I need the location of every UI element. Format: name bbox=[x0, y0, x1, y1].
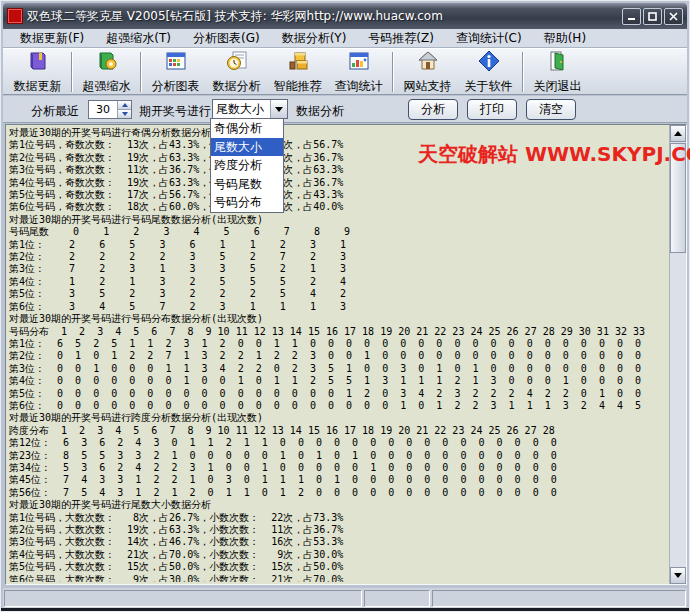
report-text-line: 第3位号码，大数次数： 14次，占46.7%，小数次数： 16次，占53.3% bbox=[9, 536, 666, 548]
home-icon bbox=[416, 49, 440, 77]
report-table-row: 第4位： 0 0 0 0 0 0 0 1 0 0 1 0 1 1 2 5 5 1… bbox=[9, 375, 666, 387]
toolbar-separator bbox=[140, 52, 142, 92]
stats-window-icon bbox=[347, 49, 371, 77]
report-table-row: 第4位： 1 2 1 3 2 5 5 5 2 4 bbox=[9, 276, 666, 288]
toolbar-separator bbox=[392, 52, 394, 92]
combobox-value: 尾数大小 bbox=[213, 100, 270, 118]
menu-item-3[interactable]: 数据分析(Y) bbox=[271, 28, 358, 49]
vertical-scrollbar[interactable] bbox=[669, 125, 686, 584]
toolbar-button-label: 超强缩水 bbox=[83, 78, 131, 95]
report-text-line: 第5位号码，大数次数： 15次，占50.0%，小数次数： 15次，占50.0% bbox=[9, 561, 666, 573]
boxes-icon bbox=[286, 49, 310, 77]
dropdown-option-跨度分析[interactable]: 跨度分析 bbox=[211, 156, 283, 175]
statusbar bbox=[3, 588, 687, 609]
menu-item-0[interactable]: 数据更新(F) bbox=[9, 28, 95, 49]
report-table-row: 第3位： 0 0 1 0 0 0 1 1 3 4 2 2 0 2 3 5 1 0… bbox=[9, 363, 666, 375]
dropdown-option-号码尾数[interactable]: 号码尾数 bbox=[211, 175, 283, 194]
analyze-recent-label: 分析最近 bbox=[31, 103, 79, 120]
report-table-row: 第6位： 3 4 5 7 2 3 1 1 1 3 bbox=[9, 301, 666, 313]
toolbar-button-关闭退出[interactable]: 关闭退出 bbox=[527, 50, 588, 94]
period-suffix-label: 期开奖号进行 bbox=[139, 103, 211, 120]
report-text-line: 第2位号码，大数次数： 19次，占63.3%，小数次数： 11次，占36.7% bbox=[9, 524, 666, 536]
report-section-title: 对最近30期的开奖号码进行号码尾数数据分析(出现次数) bbox=[9, 214, 666, 226]
report-table-row: 第23位： 8 5 5 3 3 2 1 0 0 0 0 0 1 0 1 0 1 … bbox=[9, 450, 666, 462]
report-section-title: 对最近30期的开奖号码进行跨度分析数据分析(出现次数) bbox=[9, 412, 666, 424]
window-bottom-edge bbox=[1, 608, 689, 611]
toolbar-button-label: 数据更新 bbox=[14, 78, 62, 95]
report-table-row: 第5位： 3 5 2 3 2 2 2 5 4 2 bbox=[9, 288, 666, 300]
close-button[interactable] bbox=[664, 8, 683, 25]
menu-item-2[interactable]: 分析图表(G) bbox=[182, 28, 271, 49]
menu-item-5[interactable]: 查询统计(C) bbox=[445, 28, 533, 49]
print-button[interactable]: 打印 bbox=[467, 99, 517, 120]
report-section-title: 对最近30期的开奖号码进行尾数大小数据分析 bbox=[9, 499, 666, 511]
toolbar-button-label: 关于软件 bbox=[465, 78, 513, 95]
toolbar-button-label: 智能推荐 bbox=[274, 78, 322, 95]
report-table-row: 第3位： 7 2 3 1 3 3 5 2 1 3 bbox=[9, 263, 666, 275]
toolbar-button-智能推荐[interactable]: 智能推荐 bbox=[267, 50, 328, 94]
report-table-row: 第2位： 0 1 0 1 2 2 7 1 3 2 2 1 2 2 3 0 0 1… bbox=[9, 350, 666, 362]
analysis-report: 对最近30期的开奖号码进行奇偶分析数据分析第1位号码，奇数次数： 13次，占43… bbox=[9, 127, 666, 582]
analysis-type-dropdown-list: 奇偶分析尾数大小跨度分析号码尾数号码分布 bbox=[210, 118, 284, 213]
report-text-line: 第4位号码，大数次数： 21次，占70.0%，小数次数： 9次，占30.0% bbox=[9, 549, 666, 561]
status-panel-1 bbox=[4, 590, 362, 607]
period-value[interactable]: 30 bbox=[89, 101, 117, 118]
report-table-header: 号码尾数 0 1 2 3 4 5 6 7 8 9 bbox=[9, 226, 666, 238]
menu-item-1[interactable]: 超强缩水(T) bbox=[95, 28, 182, 49]
report-table-row: 第6位： 0 0 0 0 0 0 0 0 0 0 0 0 0 0 0 0 0 0… bbox=[9, 400, 666, 412]
analyze-button[interactable]: 分析 bbox=[408, 99, 458, 120]
dropdown-option-尾数大小[interactable]: 尾数大小 bbox=[211, 138, 283, 157]
toolbar-button-数据分析[interactable]: 数据分析 bbox=[206, 50, 267, 94]
toolbar: 数据更新超强缩水分析图表数据分析智能推荐查询统计网站支持关于软件关闭退出 bbox=[3, 48, 687, 95]
report-table-header: 号码分布 1 2 3 4 5 6 7 8 9 10 11 12 13 14 15… bbox=[9, 326, 666, 338]
dropdown-option-奇偶分析[interactable]: 奇偶分析 bbox=[211, 119, 283, 138]
menu-item-4[interactable]: 号码推荐(Z) bbox=[357, 28, 445, 49]
report-table-header: 跨度分布 1 2 3 4 5 6 7 8 9 10 11 12 13 14 15… bbox=[9, 425, 666, 437]
clock-doc-icon bbox=[225, 49, 249, 77]
spinner-down-icon[interactable] bbox=[118, 110, 131, 118]
report-text-line: 第4位号码，奇数次数： 19次，占63.3%，偶数次数： 11次，占36.7% bbox=[9, 177, 666, 189]
info-icon bbox=[477, 49, 501, 77]
toolbar-button-数据更新[interactable]: 数据更新 bbox=[7, 50, 68, 94]
toolbar-button-查询统计[interactable]: 查询统计 bbox=[328, 50, 389, 94]
toolbar-button-网站支持[interactable]: 网站支持 bbox=[397, 50, 458, 94]
book-purple-icon bbox=[26, 49, 50, 77]
report-table-row: 第12位： 6 3 6 2 4 3 0 1 1 2 1 1 0 0 0 0 0 … bbox=[9, 437, 666, 449]
clear-button[interactable]: 清空 bbox=[526, 99, 576, 120]
analysis-type-combobox[interactable]: 尾数大小 bbox=[212, 99, 288, 119]
book-gear-icon bbox=[95, 49, 119, 77]
toolbar-button-关于软件[interactable]: 关于软件 bbox=[458, 50, 519, 94]
toolbar-button-label: 网站支持 bbox=[404, 78, 452, 95]
report-text-line: 第5位号码，奇数次数： 17次，占56.7%，偶数次数： 13次，占43.3% bbox=[9, 189, 666, 201]
scroll-down-icon[interactable] bbox=[670, 567, 686, 584]
toolbar-separator bbox=[522, 52, 524, 92]
report-table-row: 第1位： 2 6 5 3 6 1 1 2 3 1 bbox=[9, 239, 666, 251]
maximize-button[interactable] bbox=[643, 8, 662, 25]
menu-item-6[interactable]: 帮助(H) bbox=[533, 28, 597, 49]
report-table-row: 第34位： 5 3 6 2 4 2 2 3 1 0 0 1 0 0 0 0 0 … bbox=[9, 462, 666, 474]
toolbar-button-label: 查询统计 bbox=[335, 78, 383, 95]
report-area: 对最近30期的开奖号码进行奇偶分析数据分析第1位号码，奇数次数： 13次，占43… bbox=[5, 124, 687, 585]
period-spinner[interactable]: 30 bbox=[88, 100, 132, 119]
minimize-button[interactable] bbox=[622, 8, 641, 25]
control-row: 分析最近 30 期开奖号进行 尾数大小 数据分析 分析 打印 清空 bbox=[3, 96, 687, 123]
report-table-row: 第5位： 0 0 0 0 0 0 0 0 0 0 0 0 0 0 0 0 1 2… bbox=[9, 388, 666, 400]
menubar: 数据更新(F)超强缩水(T)分析图表(G)数据分析(Y)号码推荐(Z)查询统计(… bbox=[3, 29, 687, 48]
combobox-dropdown-icon[interactable] bbox=[270, 100, 287, 118]
report-table-row: 第2位： 2 2 2 2 3 5 2 7 2 3 bbox=[9, 251, 666, 263]
toolbar-button-超强缩水[interactable]: 超强缩水 bbox=[76, 50, 137, 94]
toolbar-separator bbox=[71, 52, 73, 92]
dropdown-option-号码分布[interactable]: 号码分布 bbox=[211, 193, 283, 212]
status-panel-3 bbox=[432, 590, 686, 607]
spinner-up-icon[interactable] bbox=[118, 101, 131, 110]
report-table-row: 第1位： 6 5 2 5 1 1 2 3 1 2 0 0 1 1 0 0 0 0… bbox=[9, 338, 666, 350]
report-text-line: 第6位号码，奇数次数： 18次，占60.0%，偶数次数： 12次，占40.0% bbox=[9, 201, 666, 213]
app-window: 双色球二等奖克星 V2005[钻石版] 技术支持: 华彩网http://www.… bbox=[0, 0, 690, 612]
scroll-up-icon[interactable] bbox=[670, 125, 686, 142]
watermark-text: 天空破解站 WWW.SKYPJ.COM bbox=[418, 141, 690, 168]
toolbar-button-label: 数据分析 bbox=[213, 78, 261, 95]
app-icon bbox=[7, 8, 23, 24]
report-table-row: 第56位： 7 5 4 3 1 2 1 2 0 1 1 0 1 2 0 0 0 … bbox=[9, 487, 666, 499]
titlebar[interactable]: 双色球二等奖克星 V2005[钻石版] 技术支持: 华彩网http://www.… bbox=[3, 3, 687, 29]
toolbar-button-分析图表[interactable]: 分析图表 bbox=[145, 50, 206, 94]
